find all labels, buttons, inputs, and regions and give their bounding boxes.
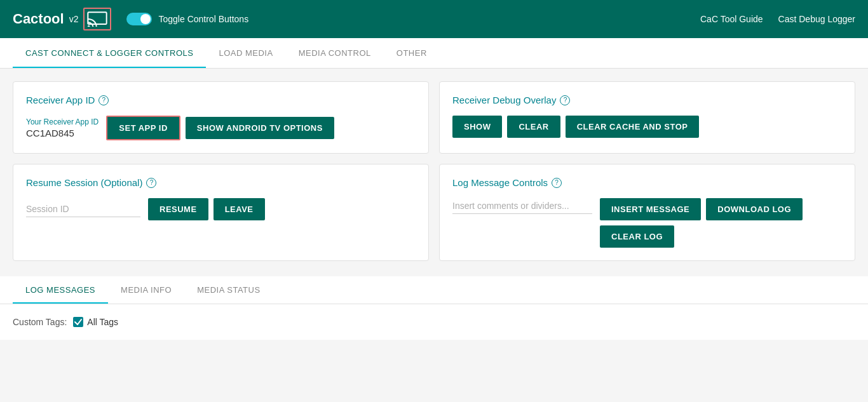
resume-session-help-icon[interactable]: ? [146, 178, 156, 188]
tab-cast-connect-logger-controls[interactable]: CAST CONNECT & LOGGER CONTROLS [13, 38, 206, 68]
toggle-control-buttons[interactable] [126, 13, 152, 25]
custom-tags-row: Custom Tags: All Tags [13, 317, 855, 327]
cac-tool-guide-link[interactable]: CaC Tool Guide [700, 14, 763, 24]
show-android-tv-options-button[interactable]: SHOW ANDROID TV OPTIONS [186, 117, 334, 139]
logo-version: v2 [69, 14, 79, 24]
toggle-section: Toggle Control Buttons [126, 13, 248, 25]
card-row-1: Receiver App ID ? Your Receiver App ID C… [13, 81, 855, 154]
show-button[interactable]: SHOW [452, 116, 502, 138]
tab-load-media[interactable]: LOAD MEDIA [206, 38, 285, 68]
tab-other[interactable]: OTHER [384, 38, 440, 68]
header-nav: CaC Tool Guide Cast Debug Logger [700, 14, 855, 24]
receiver-debug-overlay-help-icon[interactable]: ? [560, 95, 570, 105]
log-message-controls-title: Log Message Controls ? [452, 177, 842, 188]
card-row-2: Resume Session (Optional) ? RESUME LEAVE… [13, 164, 855, 261]
checkmark-icon [74, 318, 82, 326]
all-tags-checkbox[interactable] [73, 317, 83, 327]
app-logo: Cactool v2 [13, 8, 111, 30]
log-buttons-row-1: INSERT MESSAGE DOWNLOAD LOG [600, 198, 803, 220]
download-log-button[interactable]: DOWNLOAD LOG [706, 198, 803, 220]
receiver-app-id-title: Receiver App ID ? [26, 95, 416, 105]
resume-session-buttons: RESUME LEAVE [148, 198, 265, 220]
log-message-controls-help-icon[interactable]: ? [552, 178, 562, 188]
receiver-app-id-card: Receiver App ID ? Your Receiver App ID C… [13, 81, 429, 154]
receiver-app-id-input-section: Your Receiver App ID CC1AD845 SET APP ID… [26, 116, 416, 140]
log-controls: INSERT MESSAGE DOWNLOAD LOG CLEAR LOG [452, 198, 842, 248]
log-message-controls-card: Log Message Controls ? INSERT MESSAGE DO… [439, 164, 855, 261]
leave-button[interactable]: LEAVE [214, 198, 265, 220]
log-buttons-row-2: CLEAR LOG [600, 225, 803, 248]
receiver-debug-overlay-title: Receiver Debug Overlay ? [452, 95, 842, 105]
resume-session-card: Resume Session (Optional) ? RESUME LEAVE [13, 164, 429, 261]
bottom-content: Custom Tags: All Tags [0, 304, 868, 340]
tab-media-status[interactable]: MEDIA STATUS [184, 276, 273, 304]
tab-media-control[interactable]: MEDIA CONTROL [286, 38, 384, 68]
receiver-app-id-input-group: Your Receiver App ID CC1AD845 [26, 117, 98, 138]
set-app-id-button[interactable]: SET APP ID [106, 116, 180, 140]
clear-log-button[interactable]: CLEAR LOG [600, 225, 674, 248]
cast-icon [87, 11, 107, 27]
log-comment-input[interactable] [452, 198, 592, 214]
receiver-app-id-buttons: SET APP ID SHOW ANDROID TV OPTIONS [106, 116, 334, 140]
cast-debug-logger-link[interactable]: Cast Debug Logger [778, 14, 855, 24]
receiver-app-id-value: CC1AD845 [26, 128, 98, 138]
clear-cache-and-stop-button[interactable]: CLEAR CACHE AND STOP [566, 116, 700, 138]
main-tabs-bar: CAST CONNECT & LOGGER CONTROLS LOAD MEDI… [0, 38, 868, 69]
resume-button[interactable]: RESUME [148, 198, 208, 220]
receiver-app-id-help-icon[interactable]: ? [98, 95, 109, 105]
session-id-input[interactable] [26, 201, 140, 217]
receiver-app-id-sublabel: Your Receiver App ID [26, 117, 98, 126]
bottom-tabs-bar: LOG MESSAGES MEDIA INFO MEDIA STATUS [0, 276, 868, 304]
resume-session-title: Resume Session (Optional) ? [26, 177, 416, 188]
toggle-label: Toggle Control Buttons [158, 14, 248, 24]
all-tags-checkbox-label[interactable]: All Tags [73, 317, 118, 327]
insert-message-button[interactable]: INSERT MESSAGE [600, 198, 701, 220]
custom-tags-label: Custom Tags: [13, 317, 67, 327]
app-header: Cactool v2 Toggle Control Buttons CaC To… [0, 0, 868, 38]
main-content: Receiver App ID ? Your Receiver App ID C… [0, 69, 868, 274]
cast-icon-wrapper[interactable] [83, 8, 111, 30]
receiver-debug-overlay-card: Receiver Debug Overlay ? SHOW CLEAR CLEA… [439, 81, 855, 154]
clear-button[interactable]: CLEAR [507, 116, 560, 138]
svg-rect-0 [88, 12, 107, 24]
resume-session-input-section: RESUME LEAVE [26, 198, 416, 220]
tab-media-info[interactable]: MEDIA INFO [108, 276, 184, 304]
log-buttons: INSERT MESSAGE DOWNLOAD LOG CLEAR LOG [600, 198, 803, 248]
tab-log-messages[interactable]: LOG MESSAGES [13, 276, 108, 304]
debug-overlay-buttons: SHOW CLEAR CLEAR CACHE AND STOP [452, 116, 842, 138]
svg-point-1 [88, 25, 90, 27]
logo-text: Cactool [13, 11, 64, 27]
all-tags-label: All Tags [87, 317, 118, 327]
